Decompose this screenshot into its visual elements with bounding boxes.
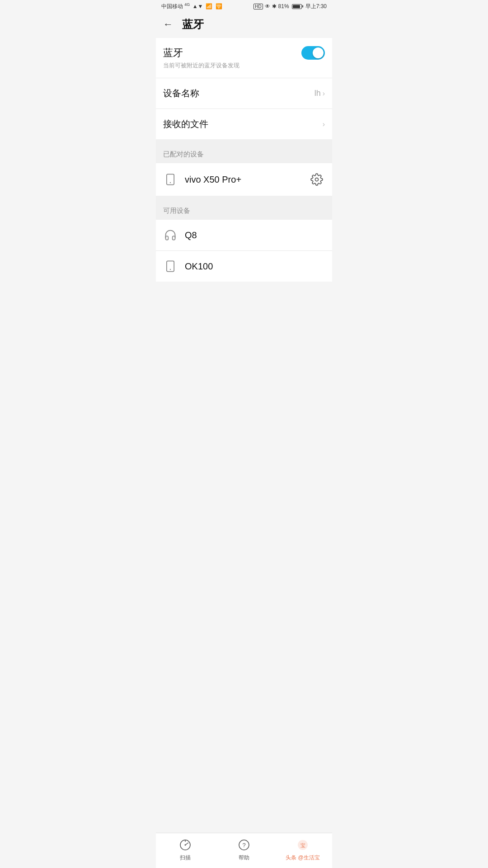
section-gap-1 [156, 139, 332, 144]
bluetooth-toggle[interactable] [301, 46, 325, 60]
device-name-label: 设备名称 [163, 87, 199, 99]
battery-icon [292, 4, 302, 9]
paired-device-row[interactable]: vivo X50 Pro+ [156, 163, 332, 196]
device-name-value: lh › [314, 89, 325, 98]
svg-rect-3 [167, 261, 174, 271]
page-header: ← 蓝牙 [156, 13, 332, 38]
available-device-row[interactable]: Q8 [156, 220, 332, 251]
main-content: 蓝牙 当前可被附近的蓝牙设备发现 设备名称 lh › 接收的文件 › 已配对的设… [156, 38, 332, 318]
status-right: HD 👁 ✱ 81% 早上7:30 [253, 3, 327, 10]
bluetooth-subtitle: 当前可被附近的蓝牙设备发现 [163, 61, 325, 70]
battery-percent: 81% [278, 3, 289, 9]
received-files-row[interactable]: 接收的文件 › [156, 109, 332, 139]
carrier-signal: 中国移动 4G ▲▼ 📶 🛜 [161, 2, 222, 10]
back-button[interactable]: ← [163, 19, 173, 29]
paired-devices-card: vivo X50 Pro+ [156, 163, 332, 196]
available-device-name-q8: Q8 [185, 230, 325, 241]
hd-label: HD [253, 4, 263, 9]
bluetooth-status-icon: ✱ [272, 3, 277, 9]
status-bar: 中国移动 4G ▲▼ 📶 🛜 HD 👁 ✱ 81% 早上7:30 [156, 0, 332, 13]
page-title: 蓝牙 [182, 17, 204, 32]
phone-icon-ok100 [163, 259, 178, 274]
bluetooth-label: 蓝牙 [163, 46, 183, 60]
chevron-icon: › [323, 90, 325, 98]
paired-device-name: vivo X50 Pro+ [185, 175, 301, 185]
device-name-row[interactable]: 设备名称 lh › [156, 78, 332, 109]
section-gap-2 [156, 196, 332, 200]
svg-point-2 [315, 178, 319, 181]
received-files-label: 接收的文件 [163, 118, 208, 130]
bluetooth-card: 蓝牙 当前可被附近的蓝牙设备发现 设备名称 lh › 接收的文件 › [156, 38, 332, 139]
received-files-chevron: › [323, 120, 325, 128]
headphone-icon [163, 228, 178, 242]
toggle-knob [313, 47, 324, 58]
available-device-name-ok100: OK100 [185, 261, 325, 272]
gear-button[interactable] [309, 171, 325, 188]
eye-icon: 👁 [265, 3, 270, 9]
bluetooth-toggle-row: 蓝牙 当前可被附近的蓝牙设备发现 [156, 38, 332, 78]
phone-icon [163, 172, 178, 187]
paired-devices-header: 已配对的设备 [156, 144, 332, 163]
available-device-row-ok100[interactable]: OK100 [156, 251, 332, 282]
time-display: 早上7:30 [305, 3, 327, 10]
available-devices-header: 可用设备 [156, 200, 332, 220]
available-devices-card: Q8 OK100 [156, 220, 332, 282]
